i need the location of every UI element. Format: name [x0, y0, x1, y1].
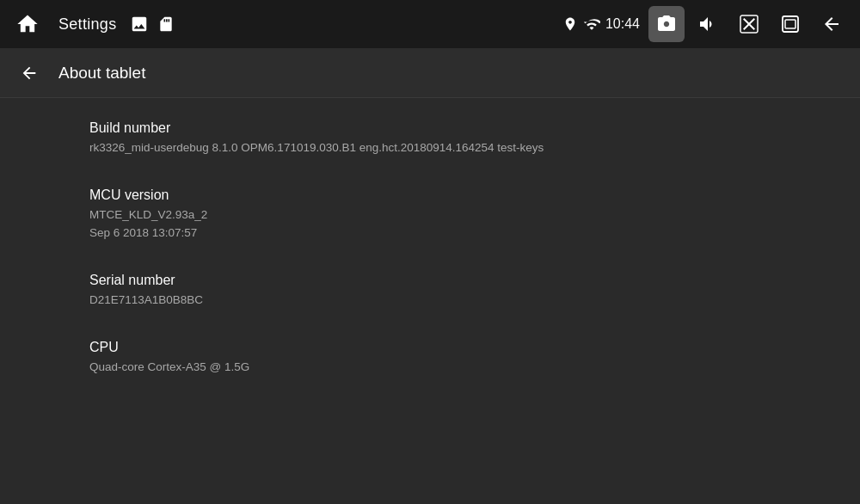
- info-item-value: D21E7113A1B0B8BC: [89, 292, 839, 309]
- status-bar-left: Settings: [10, 7, 175, 41]
- camera-button[interactable]: [648, 6, 685, 42]
- info-item-label: MCU version: [89, 187, 839, 203]
- app-title: Settings: [58, 15, 116, 34]
- image-icon: [130, 15, 149, 34]
- sd-card-icon: [157, 15, 175, 33]
- info-item: MCU versionMTCE_KLD_V2.93a_2 Sep 6 2018 …: [0, 172, 860, 257]
- svg-rect-2: [785, 20, 796, 28]
- system-back-button[interactable]: [814, 6, 850, 42]
- status-bar-right: 10:44: [562, 6, 850, 42]
- close-button[interactable]: [731, 6, 767, 42]
- window-icon: [780, 14, 801, 34]
- info-item-label: CPU: [89, 340, 839, 355]
- info-item: CPUQuad-core Cortex-A35 @ 1.5G: [0, 324, 860, 391]
- back-arrow-icon: [20, 64, 39, 83]
- page-title: About tablet: [58, 64, 145, 83]
- info-item: Serial numberD21E7113A1B0B8BC: [0, 257, 860, 324]
- close-icon: [739, 14, 759, 34]
- info-item-value: Quad-core Cortex-A35 @ 1.5G: [89, 359, 839, 376]
- toolbar: About tablet: [0, 48, 860, 98]
- location-icon: [562, 16, 578, 32]
- home-icon: [15, 12, 40, 36]
- info-item-label: Build number: [89, 120, 839, 136]
- system-back-icon: [821, 14, 842, 34]
- status-bar: Settings 10:44: [0, 0, 860, 48]
- info-item-label: Serial number: [89, 273, 839, 288]
- status-middle-icons: [130, 15, 175, 34]
- time-display: 10:44: [605, 16, 640, 32]
- info-item: Build numberrk3326_mid-userdebug 8.1.0 O…: [0, 105, 860, 172]
- home-button[interactable]: [10, 7, 45, 41]
- camera-icon: [656, 14, 677, 34]
- volume-icon: [697, 14, 718, 34]
- info-item-value: MTCE_KLD_V2.93a_2 Sep 6 2018 13:07:57: [89, 206, 839, 242]
- info-item-value: rk3326_mid-userdebug 8.1.0 OPM6.171019.0…: [89, 139, 839, 157]
- recents-button[interactable]: [772, 6, 808, 42]
- volume-button[interactable]: [690, 6, 726, 42]
- back-button[interactable]: [14, 58, 45, 89]
- wifi-icon: [583, 15, 600, 33]
- content-area: Build numberrk3326_mid-userdebug 8.1.0 O…: [0, 98, 860, 504]
